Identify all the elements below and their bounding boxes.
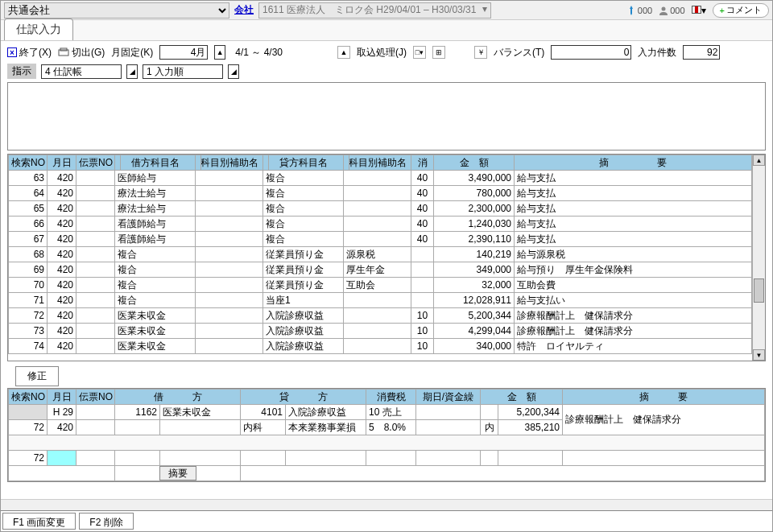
detail-grid: 検索NO 月日 伝票NO 借 方 貸 方 消費税 期日/資金繰 金 額 摘 要 …: [7, 388, 766, 482]
d-no: 72: [9, 420, 48, 435]
company-link[interactable]: 会社: [234, 3, 254, 17]
user-stat: 000: [659, 6, 684, 15]
table-row[interactable]: 69420複合従業員預り金厚生年金349,000給与預り 厚生年金保険料: [9, 262, 752, 278]
col-4[interactable]: 科目別補助名: [196, 155, 263, 171]
dh-cr: 貸 方: [241, 390, 366, 405]
order-dropdown[interactable]: ◢: [228, 64, 239, 79]
d-drname: 医業未収金: [160, 405, 241, 420]
balance-label: バランス(T): [494, 46, 544, 60]
dh-memo: 摘 要: [563, 390, 765, 405]
d-tax[interactable]: 10 売上: [366, 405, 416, 420]
col-1[interactable]: 月日: [48, 155, 76, 171]
dh-md: 月日: [48, 390, 76, 405]
scroll-up-icon[interactable]: ▲: [753, 155, 765, 166]
f1-button[interactable]: F1 画面変更: [2, 513, 76, 530]
memo-button[interactable]: 摘要: [159, 466, 196, 480]
balance-value: 0: [551, 45, 631, 60]
d-drcode[interactable]: 1162: [115, 405, 160, 420]
col-5[interactable]: 貸方科目名: [263, 155, 344, 171]
dh-dr: 借 方: [115, 390, 241, 405]
table-row[interactable]: 67420看護師給与複合402,390,110給与支払: [9, 232, 752, 247]
dh-tax: 消費税: [366, 390, 416, 405]
close-button[interactable]: ×終了(X): [7, 44, 52, 60]
memo-area: [7, 82, 766, 151]
table-row[interactable]: 74420医業未収金入院診療収益10340,000特許 ロイヤルティ: [9, 339, 752, 354]
d-amt2: 385,210: [498, 420, 563, 435]
tab-journal-entry[interactable]: 仕訳入力: [4, 19, 73, 40]
scroll-down-icon[interactable]: ▼: [753, 349, 765, 361]
dh-slip: 伝票NO: [76, 390, 115, 405]
col-7[interactable]: 消: [411, 155, 434, 171]
import-button[interactable]: 取込処理(J): [357, 46, 407, 60]
d-inner: 内: [481, 420, 498, 435]
tool-icon-2[interactable]: ⊞: [432, 46, 445, 59]
table-row[interactable]: 65420療法士給与複合402,300,000給与支払: [9, 201, 752, 217]
tab-row: 仕訳入力: [1, 20, 772, 41]
table-row[interactable]: 66420看護師給与複合401,240,030給与支払: [9, 217, 752, 232]
order-select[interactable]: 1 入力順: [143, 64, 223, 79]
dh-amt: 金 額: [481, 390, 563, 405]
cut-button[interactable]: 切出(G): [58, 44, 105, 60]
dh-due: 期日/資金繰: [416, 390, 481, 405]
period-select[interactable]: 1611 医療法人 ミロク会 H29/04/01 – H30/03/31: [258, 2, 491, 19]
book-select[interactable]: 4 仕訳帳: [41, 64, 122, 79]
table-row[interactable]: 73420医業未収金入院診療収益104,299,044診療報酬計上 健保請求分: [9, 324, 752, 339]
d-taxrate[interactable]: 5 8.0%: [366, 420, 416, 435]
d-no3: 72: [9, 451, 48, 466]
d-crname: 入院診療収益: [286, 405, 366, 420]
table-row[interactable]: 70420複合従業員預り金互助会32,000互助会費: [9, 278, 752, 293]
book-dropdown[interactable]: ◢: [126, 64, 138, 79]
table-row[interactable]: 68420複合従業員預り金源泉税140,219給与源泉税: [9, 247, 752, 262]
comment-button[interactable]: コメント: [713, 3, 769, 18]
detail-table[interactable]: 検索NO 月日 伝票NO 借 方 貸 方 消費税 期日/資金繰 金 額 摘 要 …: [8, 389, 765, 481]
date-range: 4/1 ～ 4/30: [235, 46, 283, 60]
d-era: H 29: [48, 405, 76, 420]
col-8[interactable]: 金 額: [434, 155, 515, 171]
month-fix-button[interactable]: 月固定(K): [111, 44, 153, 60]
col-3[interactable]: 借方科目名: [115, 155, 196, 171]
footer: F1 画面変更 F2 削除: [1, 510, 772, 531]
flag-icon[interactable]: ▾: [692, 5, 706, 16]
d-crcode[interactable]: 4101: [241, 405, 286, 420]
status-bar: [1, 499, 772, 510]
col-2[interactable]: 伝票NO: [76, 155, 115, 171]
pin-stat: 000: [626, 6, 652, 15]
topbar: 共通会社 会社 1611 医療法人 ミロク会 H29/04/01 – H30/0…: [1, 1, 772, 20]
col-9[interactable]: 摘 要: [515, 155, 752, 171]
table-row[interactable]: 63420医師給与複合403,490,000給与支払: [9, 171, 752, 186]
dh-no: 検索NO: [9, 390, 48, 405]
journal-grid: 検索NO月日伝票NO借方科目名科目別補助名貸方科目名科目別補助名消金 額摘 要 …: [7, 154, 766, 361]
journal-table[interactable]: 検索NO月日伝票NO借方科目名科目別補助名貸方科目名科目別補助名消金 額摘 要 …: [8, 155, 752, 354]
table-row[interactable]: 71420複合当座112,028,911給与支払い: [9, 293, 752, 308]
col-0[interactable]: 検索NO: [9, 155, 48, 171]
tool-icon-1[interactable]: □▾: [413, 46, 426, 59]
import-icon[interactable]: ▲: [337, 46, 350, 59]
svg-point-0: [662, 6, 666, 10]
table-row[interactable]: 72420医業未収金入院診療収益105,200,344診療報酬計上 健保請求分: [9, 308, 752, 324]
col-6[interactable]: 科目別補助名: [344, 155, 411, 171]
instruct-label: 指示: [7, 64, 36, 79]
count-label: 入力件数: [638, 46, 676, 60]
f2-button[interactable]: F2 削除: [79, 513, 133, 530]
scrollbar[interactable]: ▲ ▼: [752, 155, 765, 361]
month-dropdown[interactable]: ▲: [214, 45, 225, 60]
d-md[interactable]: 420: [48, 420, 76, 435]
correct-button[interactable]: 修正: [15, 366, 59, 386]
toolbar: ×終了(X) 切出(G) 月固定(K) 4月 ▲ 4/1 ～ 4/30 ▲ 取込…: [1, 41, 772, 64]
table-row[interactable]: 64420療法士給与複合40780,000給与支払: [9, 186, 752, 201]
balance-icon[interactable]: ￥: [474, 46, 487, 59]
d-crsub: 本来業務事業損: [286, 420, 366, 435]
d-memo[interactable]: 診療報酬計上 健保請求分: [563, 405, 765, 435]
d-active-cell[interactable]: [48, 451, 76, 466]
scroll-thumb[interactable]: [754, 278, 764, 303]
instruct-row: 指示 4 仕訳帳◢ 1 入力順◢: [1, 64, 772, 82]
count-value: 92: [683, 45, 720, 60]
d-crdept[interactable]: 内科: [241, 420, 286, 435]
month-input[interactable]: 4月: [159, 45, 208, 60]
d-amt: 5,200,344: [498, 405, 563, 420]
company-select[interactable]: 共通会社: [4, 2, 229, 19]
topbar-right: 000 000 ▾ コメント: [626, 3, 769, 18]
